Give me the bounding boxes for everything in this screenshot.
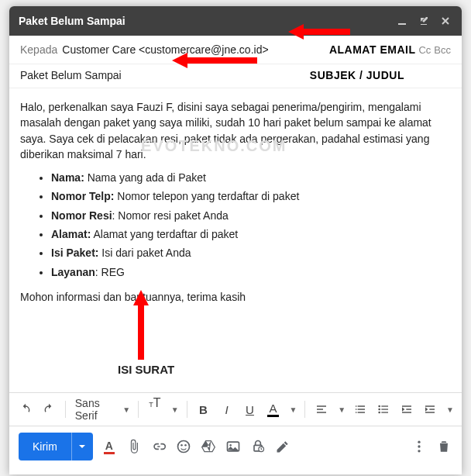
bold-button[interactable]: B [194, 396, 214, 423]
attach-icon[interactable] [125, 438, 143, 455]
popout-icon[interactable] [417, 14, 431, 28]
chevron-down-icon[interactable]: ▼ [290, 405, 297, 414]
font-size-button[interactable]: TT [145, 396, 165, 423]
svg-point-15 [418, 445, 420, 447]
more-icon[interactable] [411, 438, 428, 455]
cc-link[interactable]: Cc [418, 44, 431, 56]
window-title: Paket Belum Sampai [19, 15, 387, 27]
list-item: Nama: Nama yang ada di Paket [51, 170, 451, 185]
svg-point-16 [418, 450, 420, 452]
delete-icon[interactable] [435, 438, 452, 455]
svg-point-6 [378, 412, 380, 414]
chevron-down-icon[interactable]: ▼ [171, 405, 179, 414]
compose-window: Paket Belum Sampai Kepada Customer Care … [9, 6, 462, 474]
svg-point-8 [180, 444, 183, 447]
bullet-list-button[interactable] [373, 396, 394, 423]
subject-row[interactable]: Paket Belum Sampai SUBJEK / JUDUL [9, 64, 462, 88]
list-item: Nomor Telp: Nomor telepon yang terdaftar… [51, 188, 451, 204]
chevron-down-icon[interactable]: ▼ [446, 405, 454, 414]
bcc-link[interactable]: Bcc [434, 44, 451, 56]
titlebar: Paket Belum Sampai [9, 6, 462, 36]
redo-button[interactable] [39, 396, 59, 423]
drive-icon[interactable] [200, 438, 217, 455]
pen-icon[interactable] [274, 438, 291, 455]
email-body[interactable]: EVOTEKNO.COM Halo, perkenalkan saya Fauz… [9, 88, 462, 392]
to-label: Kepada [20, 43, 57, 56]
format-text-button[interactable]: A [101, 438, 118, 455]
confidential-icon[interactable] [249, 438, 266, 455]
close-icon[interactable] [438, 14, 452, 28]
body-closing: Mohon informasi dan bantuannya, terima k… [20, 289, 451, 305]
list-item: Nomor Resi: Nomor resi paket Anda [51, 208, 451, 223]
chevron-down-icon[interactable]: ▼ [122, 405, 130, 414]
list-item: Alamat: Alamat yang terdaftar di paket [51, 226, 451, 242]
bottom-bar: Kirim A [9, 426, 462, 467]
to-row[interactable]: Kepada Customer Care <customercare@jne.c… [9, 36, 462, 64]
svg-point-14 [418, 441, 420, 443]
undo-button[interactable] [15, 396, 36, 423]
body-intro: Halo, perkenalkan saya Fauzi F, disini s… [20, 99, 451, 162]
indent-less-button[interactable] [397, 396, 417, 423]
photo-icon[interactable] [225, 438, 242, 455]
send-options-button[interactable] [71, 433, 93, 460]
emoji-icon[interactable] [175, 438, 192, 455]
detail-list: Nama: Nama yang ada di Paket Nomor Telp:… [51, 170, 451, 280]
svg-point-4 [378, 405, 380, 408]
annotation-subject: SUBJEK / JUDUL [310, 69, 404, 81]
minimize-icon[interactable] [395, 14, 409, 28]
link-icon[interactable] [150, 438, 167, 455]
subject-input[interactable]: Paket Belum Sampai [20, 69, 122, 81]
font-select[interactable]: Sans Serif [72, 397, 116, 422]
svg-point-7 [177, 441, 189, 453]
annotation-body: ISI SURAT [118, 361, 174, 378]
svg-rect-0 [398, 23, 406, 25]
list-item: Isi Paket: Isi dari paket Anda [51, 245, 451, 260]
svg-point-9 [184, 444, 187, 447]
svg-point-5 [378, 409, 380, 411]
to-recipient: Customer Care <customercare@jne.co.id> [62, 43, 268, 56]
send-button-group: Kirim [19, 433, 93, 460]
format-toolbar: Sans Serif▼ TT▼ B I U A▼ ▼ ▼ [9, 392, 462, 426]
ordered-list-button[interactable] [350, 396, 370, 423]
chevron-down-icon[interactable]: ▼ [338, 405, 346, 414]
svg-point-11 [229, 444, 232, 447]
annotation-email: ALAMAT EMAIL [329, 43, 416, 56]
underline-button[interactable]: U [240, 396, 260, 423]
italic-button[interactable]: I [217, 396, 237, 423]
list-item: Layanan: REG [51, 264, 451, 280]
text-color-button[interactable]: A [263, 396, 284, 423]
align-button[interactable] [311, 396, 332, 423]
indent-more-button[interactable] [420, 396, 440, 423]
send-button[interactable]: Kirim [19, 433, 71, 460]
